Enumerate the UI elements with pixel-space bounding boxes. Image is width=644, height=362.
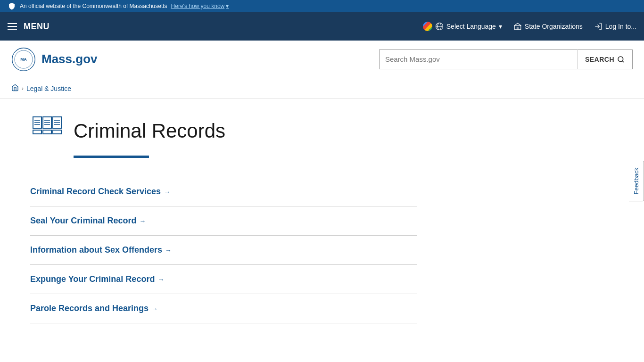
nav-left: Menu	[8, 22, 50, 32]
logo-text: Mass.gov	[41, 52, 98, 66]
nav-right: Select Language ▾ State Organizations Lo…	[423, 22, 636, 31]
home-icon	[11, 84, 19, 91]
select-language-label: Select Language	[446, 23, 496, 30]
page-title: Criminal Records	[74, 120, 225, 142]
hamburger-menu-button[interactable]	[8, 23, 17, 30]
link-label: Criminal Record Check Services	[30, 187, 161, 197]
svg-rect-4	[517, 27, 519, 30]
breadcrumb-separator: ›	[22, 85, 24, 92]
state-organizations-item[interactable]: State Organizations	[513, 22, 583, 31]
page-header: Criminal Records	[30, 114, 602, 148]
logo-area[interactable]: MA Mass.gov	[11, 47, 98, 72]
main-nav: Menu Select Language ▾ State Organizatio…	[0, 12, 644, 41]
svg-line-10	[622, 61, 624, 62]
seal-record-link[interactable]: Seal Your Criminal Record →	[30, 216, 417, 226]
expunge-record-link[interactable]: Expunge Your Criminal Record →	[30, 274, 417, 284]
google-translate-item[interactable]: Select Language ▾	[423, 22, 502, 31]
feedback-tab-container: Feedback	[629, 160, 644, 201]
login-item[interactable]: Log In to...	[594, 22, 636, 31]
state-org-icon	[513, 22, 522, 31]
svg-rect-15	[43, 130, 51, 134]
search-icon	[617, 56, 625, 63]
official-text: An official website of the Commonwealth …	[20, 3, 167, 9]
title-underline	[74, 156, 149, 158]
logo-search-bar: MA Mass.gov SEARCH	[0, 41, 644, 78]
arrow-icon: →	[164, 188, 170, 196]
arrow-icon: →	[157, 276, 164, 283]
list-item: Information about Sex Offenders →	[30, 236, 417, 265]
sex-offenders-link[interactable]: Information about Sex Offenders →	[30, 245, 417, 255]
home-breadcrumb-link[interactable]	[11, 84, 19, 93]
chevron-down-icon: ▾	[226, 3, 229, 9]
arrow-icon: →	[151, 305, 158, 313]
arrow-icon: →	[139, 217, 146, 225]
language-chevron-icon: ▾	[499, 23, 502, 30]
breadcrumb: › Legal & Justice	[0, 78, 644, 99]
top-banner: An official website of the Commonwealth …	[0, 0, 644, 12]
links-list: Criminal Record Check Services → Seal Yo…	[30, 177, 602, 323]
svg-rect-14	[33, 130, 41, 134]
menu-label[interactable]: Menu	[24, 22, 50, 32]
criminal-records-icon	[30, 114, 64, 148]
criminal-record-check-link[interactable]: Criminal Record Check Services →	[30, 187, 417, 197]
parole-records-link[interactable]: Parole Records and Hearings →	[30, 304, 417, 313]
link-label: Seal Your Criminal Record	[30, 216, 136, 226]
svg-rect-16	[53, 130, 61, 134]
search-button-label: SEARCH	[585, 56, 614, 63]
feedback-tab[interactable]: Feedback	[629, 160, 644, 201]
search-button[interactable]: SEARCH	[577, 49, 633, 69]
svg-text:MA: MA	[20, 57, 27, 62]
list-item: Parole Records and Hearings →	[30, 294, 417, 323]
link-label: Parole Records and Hearings	[30, 304, 149, 313]
search-input[interactable]	[379, 49, 577, 69]
state-organizations-label: State Organizations	[525, 23, 583, 30]
svg-point-9	[618, 57, 623, 62]
heres-how-text: Here's how you know	[171, 3, 225, 9]
shield-icon	[8, 2, 16, 10]
google-translate-icon	[423, 22, 432, 31]
list-item: Seal Your Criminal Record →	[30, 206, 417, 236]
arrow-icon: →	[165, 247, 172, 254]
login-label: Log In to...	[605, 23, 636, 30]
legal-justice-breadcrumb-link[interactable]: Legal & Justice	[26, 85, 71, 92]
page-content: Criminal Records Criminal Record Check S…	[0, 99, 613, 346]
list-item: Expunge Your Criminal Record →	[30, 265, 417, 294]
login-icon	[594, 22, 603, 31]
link-label: Information about Sex Offenders	[30, 245, 162, 255]
list-item: Criminal Record Check Services →	[30, 177, 417, 206]
heres-how-link[interactable]: Here's how you know ▾	[171, 3, 229, 9]
globe-icon	[435, 22, 444, 31]
link-label: Expunge Your Criminal Record	[30, 274, 155, 284]
mass-seal: MA	[11, 47, 36, 72]
search-area: SEARCH	[379, 49, 633, 69]
